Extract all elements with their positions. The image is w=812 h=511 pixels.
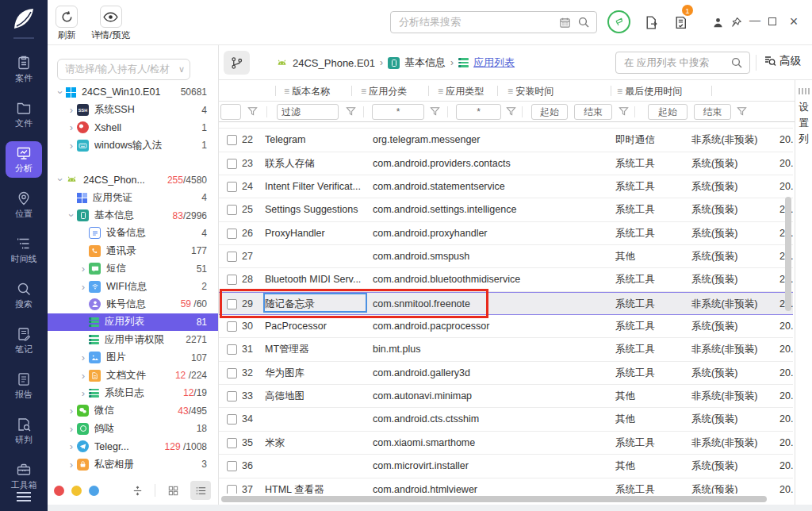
table-row-35[interactable]: 35米家com.xiaomi.smarthome系统工具非系统(非预装)20. xyxy=(219,432,793,455)
col-version-name[interactable]: 版本名称 xyxy=(284,85,330,98)
tree-item[interactable]: ›图片107 xyxy=(48,348,218,366)
sidebar-item-search[interactable]: 搜索 xyxy=(6,277,42,313)
breadcrumb-section[interactable]: 基本信息 xyxy=(404,56,446,70)
grid-view-icon[interactable] xyxy=(163,481,183,500)
global-search-input[interactable]: 分析结果搜索 xyxy=(390,11,597,33)
tree-item[interactable]: 账号信息59 /60 xyxy=(48,295,218,313)
col-last-used-time[interactable]: 最后使用时间 xyxy=(617,85,682,98)
tree-item[interactable]: ›windows输入法1 xyxy=(48,136,218,154)
row-checkbox[interactable] xyxy=(227,299,237,309)
tree-item[interactable]: 应用列表81 xyxy=(48,313,218,331)
chevron-right-icon[interactable]: › xyxy=(66,424,77,434)
row-checkbox[interactable] xyxy=(227,391,237,402)
row-checkbox[interactable] xyxy=(227,414,237,425)
row-checkbox[interactable] xyxy=(227,159,237,169)
sidebar-item-timeline[interactable]: 时间线 xyxy=(6,232,42,268)
chevron-right-icon[interactable]: › xyxy=(78,263,89,274)
filter-input-category[interactable] xyxy=(372,104,424,120)
chevron-right-icon[interactable]: › xyxy=(78,352,89,363)
filter-install-start[interactable] xyxy=(531,104,568,120)
row-checkbox[interactable] xyxy=(227,461,237,471)
tree-item[interactable]: ›系统日志12/19 xyxy=(48,384,218,402)
detail-preview-button[interactable]: 详情/预览 xyxy=(91,6,130,41)
maximize-button[interactable] xyxy=(768,17,776,25)
tree-item[interactable]: ›Xshell1 xyxy=(48,119,218,136)
row-checkbox[interactable] xyxy=(227,321,237,332)
calendar-icon[interactable] xyxy=(559,17,571,29)
tree-item[interactable]: ›WIFI信息2 xyxy=(48,278,218,295)
search-icon[interactable] xyxy=(730,56,743,69)
funnel-icon[interactable] xyxy=(506,106,516,117)
table-row-26[interactable]: 26ProxyHandlercom.android.proxyhandler系统… xyxy=(219,222,793,245)
vertical-scrollbar[interactable] xyxy=(785,197,791,311)
sidebar-item-research[interactable]: 研判 xyxy=(6,413,42,449)
row-checkbox[interactable] xyxy=(227,135,237,145)
red-dot-filter[interactable] xyxy=(54,486,64,496)
table-row-36[interactable]: 36com.microvirt.installer其他系统(预装)20. xyxy=(219,455,793,478)
sidebar-item-report[interactable]: 报告 xyxy=(6,367,42,404)
funnel-icon[interactable] xyxy=(247,106,258,117)
tree-item[interactable]: ›文档文件12 /224 xyxy=(48,367,218,384)
filter-input-type[interactable] xyxy=(456,104,501,120)
chevron-right-icon[interactable]: › xyxy=(66,441,77,451)
row-checkbox[interactable] xyxy=(227,229,237,239)
table-row-24[interactable]: 24Intent Filter Verificat...com.android.… xyxy=(219,175,793,198)
export-icon[interactable] xyxy=(644,15,659,30)
sidebar-item-analysis[interactable]: 分析 xyxy=(6,141,42,178)
breadcrumb-page[interactable]: 应用列表 xyxy=(473,56,515,70)
chevron-right-icon[interactable]: › xyxy=(66,105,77,115)
row-checkbox[interactable] xyxy=(227,344,237,355)
chevron-right-icon[interactable]: › xyxy=(78,282,89,292)
col-app-category[interactable]: 应用分类 xyxy=(361,85,407,98)
sidebar-item-toolbox[interactable]: 工具箱 xyxy=(6,458,42,494)
row-checkbox[interactable] xyxy=(227,205,237,215)
chevron-right-icon[interactable]: › xyxy=(66,122,77,133)
chevron-right-icon[interactable]: › xyxy=(66,140,77,151)
blue-dot-filter[interactable] xyxy=(89,486,99,496)
funnel-icon[interactable] xyxy=(346,106,356,117)
chevron-down-icon[interactable]: › xyxy=(56,86,66,98)
row-checkbox[interactable] xyxy=(227,252,237,262)
filter-install-end[interactable] xyxy=(574,104,612,120)
yellow-dot-filter[interactable] xyxy=(71,486,82,496)
chevron-right-icon[interactable]: › xyxy=(66,459,77,470)
chevron-right-icon[interactable]: › xyxy=(78,388,89,398)
table-row-30[interactable]: 30PacProcessorcom.android.pacprocessor系统… xyxy=(219,315,793,338)
tree-item[interactable]: ›24CS_Phon...255/4580 xyxy=(48,171,218,189)
breadcrumb-device[interactable]: 24CS_Phone.E01 xyxy=(293,57,375,69)
funnel-icon[interactable] xyxy=(737,106,747,117)
tree-item[interactable]: 应用申请权限2271 xyxy=(48,331,218,348)
table-row-22[interactable]: 22Telegramorg.telegram.messenger即时通信非系统(… xyxy=(219,129,793,152)
tree-item[interactable]: ›微信43/495 xyxy=(48,402,218,420)
chevron-right-icon[interactable]: › xyxy=(78,371,89,381)
sidebar-item-files[interactable]: 文件 xyxy=(6,96,42,133)
tree-item[interactable]: ›基本信息83/2996 xyxy=(48,206,218,224)
tree-item[interactable]: ›SSH系统SSH4 xyxy=(48,101,218,118)
split-view-icon[interactable] xyxy=(127,481,147,500)
announcement-button[interactable] xyxy=(607,10,630,33)
close-button[interactable]: × xyxy=(787,10,801,33)
tree-item[interactable]: ›短信51 xyxy=(48,260,218,278)
col-install-time[interactable]: 安装时间 xyxy=(508,85,553,98)
sidebar-item-notes[interactable]: 笔记 xyxy=(6,322,42,359)
filter-lastused-start[interactable] xyxy=(648,104,688,120)
refresh-button[interactable]: 刷新 xyxy=(56,6,78,41)
table-row-23[interactable]: 23联系人存储com.android.providers.contacts系统工… xyxy=(219,152,793,175)
funnel-icon[interactable] xyxy=(430,106,440,117)
tree-item[interactable]: ›24CS_Win10.E0150681 xyxy=(48,83,218,101)
funnel-icon[interactable] xyxy=(619,106,629,117)
table-row-37[interactable]: 37HTML 查看器com.android.htmlviewer系统工具系统(预… xyxy=(219,478,793,494)
chevron-right-icon[interactable]: › xyxy=(66,405,77,416)
row-checkbox[interactable] xyxy=(227,438,237,448)
row-checkbox[interactable] xyxy=(227,182,237,192)
user-icon[interactable] xyxy=(712,17,724,29)
filter-lastused-end[interactable] xyxy=(694,104,731,120)
table-row-34[interactable]: 34com.android.cts.ctsshim其他系统(预装)20. xyxy=(219,408,793,431)
list-search-input[interactable]: 在 应用列表 中搜索 xyxy=(615,52,750,74)
tree-item[interactable]: ›Telegr...129 /1008 xyxy=(48,437,218,455)
table-row-32[interactable]: 32华为图库com.android.gallery3d系统工具系统(预装)20. xyxy=(219,362,793,385)
table-row-31[interactable]: 31MT管理器bin.mt.plus系统工具非系统(非预装)20. xyxy=(219,338,793,361)
chevron-down-icon[interactable]: › xyxy=(67,210,77,221)
table-row-25[interactable]: 25Settings Suggestionscom.android.settin… xyxy=(219,198,793,221)
filter-input-clipped[interactable] xyxy=(220,104,241,120)
